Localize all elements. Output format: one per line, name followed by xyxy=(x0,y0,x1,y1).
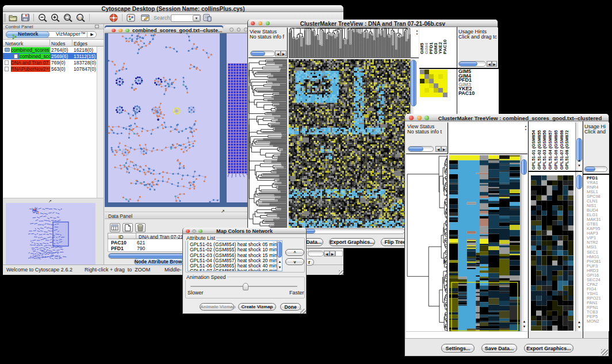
svg-text:1:1: 1:1 xyxy=(78,16,82,20)
